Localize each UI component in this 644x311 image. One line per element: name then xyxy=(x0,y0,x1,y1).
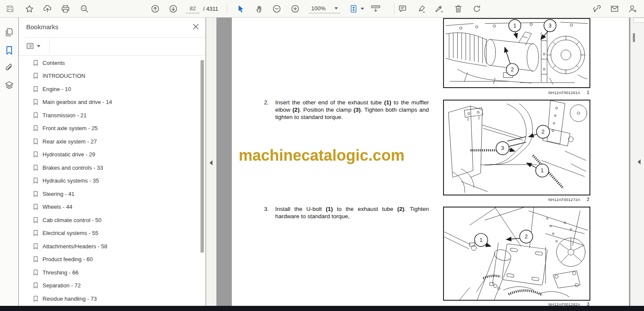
callout-3: 3 xyxy=(501,145,504,151)
bookmark-item[interactable]: Hydrostatic drive - 29 xyxy=(19,148,201,162)
step-number: 3. xyxy=(264,206,269,212)
bookmark-icon xyxy=(33,85,39,93)
callout-1: 1 xyxy=(480,237,483,243)
bookmark-item[interactable]: Product feeding - 60 xyxy=(19,253,201,266)
star-icon[interactable] xyxy=(25,4,34,13)
figure-number: 2 xyxy=(587,197,589,202)
bookmark-icon xyxy=(33,72,39,79)
fit-page-chevron-icon[interactable] xyxy=(361,8,364,10)
bookmark-item[interactable]: Residue handling - 73 xyxy=(19,292,201,305)
bookmark-item[interactable]: Electrical systems - 55 xyxy=(19,227,201,240)
add-person-icon[interactable] xyxy=(628,4,637,13)
bookmark-icon xyxy=(33,243,39,250)
panel-splitter[interactable] xyxy=(206,18,216,306)
bookmark-item-label: Front axle system - 25 xyxy=(43,125,98,131)
bookmark-item[interactable]: Contents xyxy=(19,56,201,70)
figure-caption: NH12AF001261A 1 xyxy=(443,90,590,95)
bookmark-item[interactable]: INTRODUCTION xyxy=(19,70,201,83)
bookmark-item-label: Electrical systems - 55 xyxy=(43,230,98,236)
callout-2: 2 xyxy=(541,128,544,135)
bookmark-item-label: INTRODUCTION xyxy=(43,73,85,79)
next-page-icon[interactable] xyxy=(169,4,178,13)
bookmark-icon xyxy=(33,138,39,145)
document-page: 2. Insert the other end of the exhaust t… xyxy=(232,18,629,306)
panel-divider xyxy=(24,37,205,38)
zoom-level-value: 100% xyxy=(311,5,325,12)
print-icon[interactable] xyxy=(61,4,70,13)
panel-divider xyxy=(19,55,205,56)
collapse-panel-arrow-icon[interactable] xyxy=(210,160,213,165)
link-icon[interactable] xyxy=(592,4,601,13)
search-icon[interactable] xyxy=(80,4,89,13)
bookmark-item[interactable]: Separation - 72 xyxy=(19,279,201,293)
bookmark-icon xyxy=(33,282,39,289)
figure-number: 1 xyxy=(587,90,589,95)
highlight-icon[interactable] xyxy=(417,4,426,13)
bookmark-options-button[interactable] xyxy=(26,40,44,52)
zoom-level-dropdown[interactable]: 100% xyxy=(309,3,340,13)
bookmark-icon xyxy=(33,269,39,276)
figure-code: NH12AF001272A xyxy=(548,198,580,202)
bookmarks-icon[interactable] xyxy=(4,45,15,56)
layers-icon[interactable] xyxy=(4,80,15,91)
bookmark-icon xyxy=(33,98,39,106)
chevron-down-icon xyxy=(37,45,40,47)
callout-2: 2 xyxy=(525,233,528,240)
page-thumbnails-icon[interactable] xyxy=(4,27,15,38)
zoom-out-icon[interactable] xyxy=(272,4,281,13)
bookmark-item[interactable]: Hydraulic systems - 35 xyxy=(19,174,201,188)
bookmark-icon xyxy=(33,216,39,224)
comment-icon[interactable] xyxy=(398,4,407,13)
expand-tools-arrow-icon[interactable] xyxy=(638,159,641,165)
document-scrollbar-thumb[interactable] xyxy=(633,33,635,42)
bookmark-icon xyxy=(33,59,39,67)
bookmark-item-label: Transmission - 21 xyxy=(43,112,87,119)
bookmark-item[interactable]: Engine - 10 xyxy=(19,82,201,96)
bookmark-item-label: Hydrostatic drive - 29 xyxy=(43,151,95,158)
page-number-input[interactable]: 82 xyxy=(186,3,200,13)
select-tool-icon[interactable] xyxy=(236,4,245,13)
bookmark-item[interactable]: Transmission - 21 xyxy=(19,109,201,122)
hand-tool-icon[interactable] xyxy=(255,4,264,13)
figure-code: NH12AF001261A xyxy=(548,91,580,95)
email-icon[interactable] xyxy=(610,4,619,13)
attachments-icon[interactable] xyxy=(4,63,15,73)
figure-caption: NH12AF001272A 2 xyxy=(443,197,590,202)
previous-page-icon[interactable] xyxy=(151,4,160,13)
document-scrollbar[interactable] xyxy=(630,18,644,306)
delete-icon[interactable] xyxy=(454,4,463,13)
bookmark-item[interactable]: Attachments/Headers - 58 xyxy=(19,240,201,253)
save-icon[interactable] xyxy=(6,4,15,13)
figure-muffler-elbow: 2 3 1 xyxy=(443,100,590,195)
bookmark-item-label: Brakes and controls - 33 xyxy=(43,165,103,171)
left-navigation-rail xyxy=(0,18,18,306)
pdf-viewer-app: { "toolbar": { "page_input": "82", "page… xyxy=(0,0,644,311)
bookmark-item[interactable]: Main gearbox and drive - 14 xyxy=(19,96,201,109)
close-icon[interactable] xyxy=(192,23,200,30)
bookmark-item[interactable]: Cab climate control - 50 xyxy=(19,213,201,227)
bookmark-item[interactable]: Threshing - 66 xyxy=(19,266,201,279)
bookmark-item[interactable]: Wheels - 44 xyxy=(19,201,201,214)
refresh-icon[interactable] xyxy=(472,4,481,13)
fit-page-icon[interactable] xyxy=(349,4,358,13)
page-total-label: / 4311 xyxy=(203,6,218,12)
zoom-in-icon[interactable] xyxy=(291,4,300,13)
bookmarks-scrollbar-thumb[interactable] xyxy=(200,60,204,253)
bookmark-icon xyxy=(33,190,39,198)
share-upload-icon[interactable] xyxy=(43,4,52,13)
bookmark-item-label: Cab climate control - 50 xyxy=(43,217,101,223)
bottom-taskbar xyxy=(0,306,644,311)
bookmark-item[interactable]: Rear axle system - 27 xyxy=(19,135,201,148)
bookmark-item-label: Separation - 72 xyxy=(43,282,81,289)
bookmark-icon xyxy=(33,151,39,158)
scroll-mode-icon[interactable] xyxy=(370,4,381,13)
chevron-down-icon xyxy=(334,7,338,9)
scrollbar-button[interactable] xyxy=(633,18,644,23)
sign-icon[interactable] xyxy=(435,4,444,13)
bookmark-item[interactable]: Brakes and controls - 33 xyxy=(19,161,201,174)
bookmark-item[interactable]: Front axle system - 25 xyxy=(19,122,201,135)
bookmark-list: Contents INTRODUCTION Engine - 10 Main g… xyxy=(19,56,201,305)
bookmark-item[interactable]: Steering - 41 xyxy=(19,187,201,201)
bookmark-item-label: Threshing - 66 xyxy=(43,269,79,276)
panel-divider xyxy=(49,39,50,53)
